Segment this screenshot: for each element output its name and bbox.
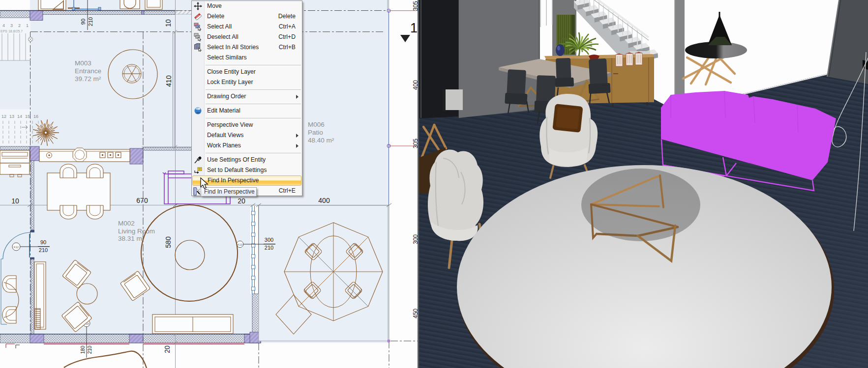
svg-text:M002: M002: [118, 220, 135, 227]
svg-text:13: 13: [9, 114, 14, 119]
svg-text:12: 12: [1, 114, 6, 119]
svg-text:K13: K13: [238, 243, 242, 246]
svg-text:4: 4: [2, 23, 5, 28]
svg-text:300: 300: [265, 237, 273, 243]
svg-text:3: 3: [10, 23, 13, 28]
svg-text:305: 305: [412, 1, 418, 11]
svg-text:M006: M006: [308, 121, 325, 128]
svg-text:210: 210: [88, 17, 93, 26]
svg-text:580: 580: [164, 236, 172, 248]
svg-text:90: 90: [40, 239, 46, 245]
svg-text:20: 20: [238, 197, 245, 205]
svg-text:K12: K12: [14, 246, 19, 249]
svg-text:450: 450: [412, 309, 418, 318]
svg-text:410: 410: [165, 75, 173, 87]
svg-text:400: 400: [412, 80, 418, 90]
svg-text:300: 300: [412, 234, 418, 244]
svg-text:16: 16: [33, 114, 38, 119]
svg-text:Patio: Patio: [308, 129, 323, 136]
svg-text:Entrance: Entrance: [75, 67, 101, 75]
svg-text:15: 15: [25, 114, 30, 119]
svg-text:14: 14: [17, 114, 22, 119]
svg-text:EPS 18.8/25.7: EPS 18.8/25.7: [0, 29, 23, 33]
svg-text:180: 180: [80, 345, 86, 354]
svg-text:1: 1: [410, 21, 418, 35]
svg-text:1: 1: [26, 23, 29, 28]
svg-text:10: 10: [11, 197, 19, 205]
svg-text:2: 2: [18, 23, 21, 28]
svg-text:Living Room: Living Room: [118, 227, 155, 235]
svg-text:305: 305: [412, 139, 418, 148]
svg-text:39.72 m²: 39.72 m²: [75, 75, 101, 83]
svg-text:210: 210: [265, 245, 273, 251]
svg-text:210: 210: [87, 345, 92, 354]
svg-text:48.40 m²: 48.40 m²: [308, 137, 334, 144]
svg-text:20: 20: [163, 345, 171, 353]
svg-text:400: 400: [318, 197, 330, 204]
svg-text:670: 670: [136, 197, 148, 204]
svg-text:10: 10: [164, 19, 172, 27]
svg-text:M003: M003: [75, 59, 91, 67]
svg-text:38.31 m²: 38.31 m²: [118, 235, 145, 242]
svg-text:90: 90: [80, 19, 86, 25]
svg-text:210: 210: [39, 247, 48, 253]
